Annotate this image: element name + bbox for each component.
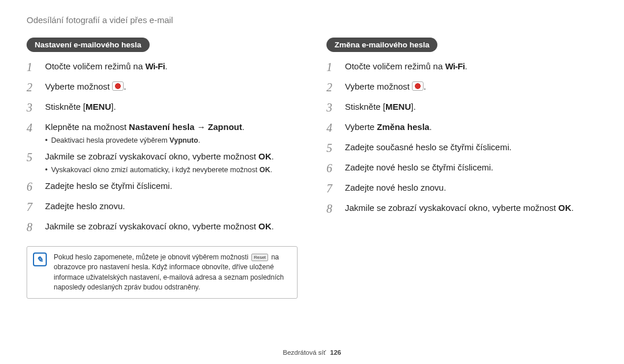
step-number: 1 bbox=[27, 59, 40, 76]
step-body: Zadejte současné heslo se čtyřmi číslice… bbox=[345, 141, 597, 154]
step-body: Jakmile se zobrazí vyskakovací okno, vyb… bbox=[45, 150, 298, 175]
step-text: Otočte voličem režimů na Wi-Fi. bbox=[345, 61, 467, 71]
step-number: 8 bbox=[27, 219, 40, 236]
wifi-label: Wi-Fi bbox=[445, 61, 465, 71]
step: 4Vyberte Změna hesla. bbox=[326, 121, 597, 136]
page: Odesílání fotografií a videí přes e-mail… bbox=[0, 0, 624, 364]
step-text: Zadejte heslo se čtyřmi číslicemi. bbox=[45, 181, 172, 191]
step-body: Zadejte heslo znovu. bbox=[45, 200, 298, 213]
step-sub: Vyskakovací okno zmizí automaticky, i kd… bbox=[45, 165, 298, 175]
step-number: 5 bbox=[326, 140, 340, 157]
step: 4Klepněte na možnost Nastavení hesla → Z… bbox=[27, 121, 298, 146]
bold-text: Nastavení hesla bbox=[129, 122, 194, 132]
step: 1Otočte voličem režimů na Wi-Fi. bbox=[27, 60, 298, 76]
step-text: Zadejte současné heslo se čtyřmi číslice… bbox=[345, 142, 511, 152]
step-number: 8 bbox=[326, 200, 340, 217]
step: 3Stiskněte [MENU]. bbox=[326, 101, 597, 116]
bold-text: Vypnuto bbox=[169, 136, 198, 144]
note-text: Pokud heslo zapomenete, můžete je obnovi… bbox=[54, 252, 290, 293]
step-body: Klepněte na možnost Nastavení hesla → Za… bbox=[45, 121, 298, 146]
step-text: Jakmile se zobrazí vyskakovací okno, vyb… bbox=[45, 151, 274, 161]
step-text: Jakmile se zobrazí vyskakovací okno, vyb… bbox=[345, 203, 574, 213]
step-text: Zadejte heslo znovu. bbox=[45, 201, 125, 211]
email-icon bbox=[412, 81, 424, 91]
page-footer: Bezdrátová síť 126 bbox=[0, 349, 624, 356]
column-left: Nastavení e-mailového hesla 1Otočte voli… bbox=[27, 38, 298, 299]
wifi-label: Wi-Fi bbox=[145, 61, 165, 71]
step: 2Vyberte možnost . bbox=[27, 80, 298, 96]
page-title: Odesílání fotografií a videí přes e-mail bbox=[27, 15, 597, 25]
step-body: Vyberte Změna hesla. bbox=[345, 121, 597, 133]
menu-label: MENU bbox=[86, 102, 111, 112]
step-text: Stiskněte [MENU]. bbox=[345, 102, 416, 112]
bold-text: OK bbox=[558, 203, 571, 213]
bold-text: OK bbox=[258, 151, 272, 161]
step: 7Zadejte nové heslo znovu. bbox=[326, 181, 597, 197]
step: 7Zadejte heslo znovu. bbox=[27, 200, 298, 216]
step-text: Vyberte možnost . bbox=[345, 81, 426, 91]
step-body: Stiskněte [MENU]. bbox=[45, 101, 298, 113]
footer-label: Bezdrátová síť bbox=[283, 349, 326, 356]
step-body: Jakmile se zobrazí vyskakovací okno, vyb… bbox=[45, 220, 298, 233]
step-sub: Deaktivaci hesla provedete výběrem Vypnu… bbox=[45, 135, 298, 146]
step-number: 4 bbox=[326, 120, 340, 136]
step: 2Vyberte možnost . bbox=[326, 80, 597, 96]
step: 8Jakmile se zobrazí vyskakovací okno, vy… bbox=[326, 202, 597, 217]
step-number: 7 bbox=[326, 180, 340, 197]
step-number: 7 bbox=[27, 199, 40, 216]
steps-left: 1Otočte voličem režimů na Wi-Fi.2Vyberte… bbox=[27, 60, 298, 236]
step-number: 1 bbox=[326, 59, 340, 76]
step: 3Stiskněte [MENU]. bbox=[27, 101, 298, 116]
section-title-change-password: Změna e-mailového hesla bbox=[326, 38, 437, 52]
note-icon: ✎ bbox=[33, 252, 47, 266]
step-body: Zadejte heslo se čtyřmi číslicemi. bbox=[45, 180, 298, 192]
step-number: 6 bbox=[326, 160, 340, 177]
step: 1Otočte voličem režimů na Wi-Fi. bbox=[326, 60, 597, 76]
step: 8Jakmile se zobrazí vyskakovací okno, vy… bbox=[27, 220, 298, 236]
bold-text: Změna hesla bbox=[377, 122, 429, 132]
step-number: 5 bbox=[27, 149, 40, 166]
step-text: Otočte voličem režimů na Wi-Fi. bbox=[45, 61, 168, 71]
content-columns: Nastavení e-mailového hesla 1Otočte voli… bbox=[27, 38, 597, 299]
step-body: Otočte voličem režimů na Wi-Fi. bbox=[345, 60, 597, 73]
reset-badge: Reset bbox=[251, 254, 268, 262]
step: 6Zadejte nové heslo se čtyřmi číslicemi. bbox=[326, 161, 597, 177]
step-text: Klepněte na možnost Nastavení hesla → Za… bbox=[45, 122, 244, 132]
step-body: Vyberte možnost . bbox=[45, 80, 298, 93]
step-body: Stiskněte [MENU]. bbox=[345, 101, 597, 113]
step-text: Vyberte Změna hesla. bbox=[345, 122, 432, 132]
step-number: 3 bbox=[326, 99, 340, 116]
bold-text: OK bbox=[259, 166, 270, 174]
step-text: Stiskněte [MENU]. bbox=[45, 102, 116, 112]
section-title-set-password: Nastavení e-mailového hesla bbox=[27, 38, 150, 52]
step-body: Vyberte možnost . bbox=[345, 80, 597, 93]
page-number: 126 bbox=[330, 349, 341, 356]
step-text: Jakmile se zobrazí vyskakovací okno, vyb… bbox=[45, 221, 274, 231]
step-number: 3 bbox=[27, 99, 40, 116]
step-number: 6 bbox=[27, 179, 40, 195]
step-text: Vyberte možnost . bbox=[45, 81, 126, 91]
step-body: Otočte voličem režimů na Wi-Fi. bbox=[45, 60, 298, 73]
step-body: Zadejte nové heslo se čtyřmi číslicemi. bbox=[345, 161, 597, 174]
step-body: Jakmile se zobrazí vyskakovací okno, vyb… bbox=[345, 202, 597, 214]
step-text: Zadejte nové heslo znovu. bbox=[345, 183, 446, 192]
step: 5Zadejte současné heslo se čtyřmi číslic… bbox=[326, 141, 597, 157]
step-number: 2 bbox=[27, 79, 40, 96]
step-number: 4 bbox=[27, 120, 40, 136]
bold-text: OK bbox=[258, 221, 272, 231]
step: 6Zadejte heslo se čtyřmi číslicemi. bbox=[27, 180, 298, 195]
steps-right: 1Otočte voličem režimů na Wi-Fi.2Vyberte… bbox=[326, 60, 597, 217]
bold-text: Zapnout bbox=[208, 122, 242, 132]
column-right: Změna e-mailového hesla 1Otočte voličem … bbox=[326, 38, 597, 299]
menu-label: MENU bbox=[385, 102, 411, 112]
email-icon bbox=[112, 81, 124, 91]
note-box: ✎ Pokud heslo zapomenete, můžete je obno… bbox=[27, 246, 298, 299]
step-body: Zadejte nové heslo znovu. bbox=[345, 181, 597, 194]
step-text: Zadejte nové heslo se čtyřmi číslicemi. bbox=[345, 162, 493, 172]
step: 5Jakmile se zobrazí vyskakovací okno, vy… bbox=[27, 150, 298, 175]
step-number: 2 bbox=[326, 79, 340, 96]
